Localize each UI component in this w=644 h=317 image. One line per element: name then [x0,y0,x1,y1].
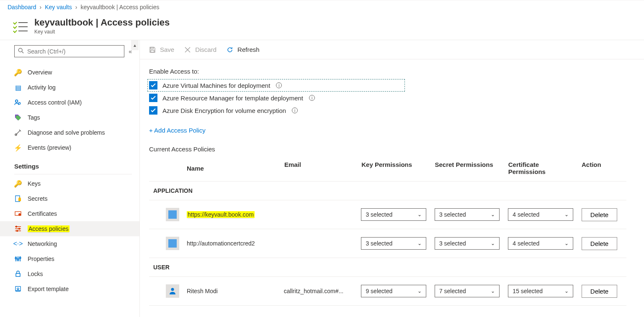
sidebar-item-iam[interactable]: Access control (IAM) [0,95,139,110]
sidebar-label: Events (preview) [28,144,132,151]
col-action: Action [582,161,622,175]
page-subtitle: Key vault [34,29,170,35]
search-input[interactable] [27,48,121,55]
info-icon[interactable]: i [309,95,315,101]
locks-icon [14,270,22,278]
svg-point-15 [17,230,18,232]
cert-permissions-dropdown[interactable]: 15 selected⌄ [508,285,573,297]
sidebar-item-secrets[interactable]: Secrets [0,191,139,206]
sidebar-item-tags[interactable]: Tags [0,110,139,125]
table-row: https://keyvault.book.com 3 selected⌄ 3 … [149,200,626,229]
toolbar: Save Discard Refresh [140,40,644,59]
sidebar-item-properties[interactable]: Properties [0,251,139,266]
sidebar-item-overview[interactable]: 🔑 Overview [0,65,139,80]
sidebar-item-locks[interactable]: Locks [0,266,139,281]
checkbox-row-vm[interactable]: Azure Virtual Machines for deployment i [147,79,405,92]
discard-button[interactable]: Discard [184,46,216,53]
col-secret: Secret Permissions [435,161,508,175]
checkbox-row-arm[interactable]: Azure Resource Manager for template depl… [149,92,635,104]
sidebar-item-diagnose[interactable]: Diagnose and solve problems [0,125,139,140]
enable-access-label: Enable Access to: [149,68,635,75]
row-name: Ritesh Modi [187,288,218,294]
col-cert: Certificate Permissions [508,161,582,175]
info-icon[interactable]: i [292,107,298,113]
sidebar-label: Locks [28,271,132,277]
sidebar-item-networking[interactable]: <·> Networking [0,236,139,251]
chevron-down-icon: ⌄ [491,288,495,294]
activity-log-icon: ▤ [14,84,22,91]
app-avatar-icon [166,237,179,250]
refresh-button[interactable]: Refresh [227,46,260,53]
secret-permissions-dropdown[interactable]: 7 selected⌄ [435,285,500,297]
sidebar-label: Keys [28,180,132,187]
chevron-right-icon: › [40,4,42,10]
refresh-icon [227,46,233,53]
info-icon[interactable]: i [276,82,282,88]
svg-point-0 [18,48,22,52]
checkbox-label: Azure Disk Encryption for volume encrypt… [162,107,286,114]
properties-icon [14,255,22,263]
checkbox-label: Azure Resource Manager for template depl… [162,95,303,102]
delete-button[interactable]: Delete [582,285,617,298]
breadcrumb-keyvaults[interactable]: Key vaults [45,4,72,10]
cert-permissions-dropdown[interactable]: 4 selected⌄ [508,237,573,250]
group-user: USER [149,258,626,277]
sidebar-item-keys[interactable]: 🔑 Keys [0,176,139,191]
delete-button[interactable]: Delete [582,208,617,221]
sidebar-item-events[interactable]: ⚡ Events (preview) [0,140,139,155]
sidebar-label: Export template [28,286,132,292]
svg-point-14 [19,228,20,230]
sidebar-item-activity-log[interactable]: ▤ Activity log [0,80,139,95]
iam-icon [14,99,22,106]
chevron-down-icon: ⌄ [417,240,422,246]
policies-table: Name Email Key Permissions Secret Permis… [149,158,626,306]
key-permissions-dropdown[interactable]: 9 selected⌄ [361,285,426,297]
certificates-icon [14,210,22,217]
sidebar-item-export-template[interactable]: Export template [0,281,139,297]
sidebar-label: Activity log [28,84,132,91]
sidebar-search[interactable] [14,45,124,57]
breadcrumb-dashboard[interactable]: Dashboard [8,4,36,10]
networking-icon: <·> [14,240,22,248]
toolbar-label: Refresh [237,46,260,53]
checkbox-row-disk[interactable]: Azure Disk Encryption for volume encrypt… [149,104,635,117]
row-name: http://automationcertcred2 [187,240,255,247]
sidebar-label: Networking [28,240,132,247]
chevron-down-icon: ⌄ [564,240,569,246]
sidebar-label: Access policies [28,225,132,232]
col-name: Name [153,161,284,175]
key-permissions-dropdown[interactable]: 3 selected⌄ [361,237,426,250]
events-icon: ⚡ [14,144,22,151]
sidebar-label: Diagnose and solve problems [28,129,132,136]
scroll-up-icon[interactable]: ▲ [131,40,139,50]
sidebar-item-access-policies[interactable]: Access policies [0,221,139,236]
checkbox-checked-icon [149,94,157,102]
sidebar-section-settings: Settings [0,155,139,172]
key-permissions-dropdown[interactable]: 3 selected⌄ [361,208,426,221]
chevron-down-icon: ⌄ [564,288,569,294]
breadcrumb: Dashboard › Key vaults › keyvaultbook | … [0,0,644,14]
export-template-icon [14,285,22,293]
svg-rect-21 [20,257,21,258]
sidebar-item-certificates[interactable]: Certificates [0,206,139,221]
svg-rect-25 [151,47,153,49]
sidebar-label: Secrets [28,195,132,202]
page-header: keyvaultbook | Access policies Key vault [0,14,644,40]
toolbar-label: Discard [195,46,216,53]
keys-icon: 🔑 [14,180,22,187]
chevron-down-icon: ⌄ [564,212,569,217]
user-avatar-icon [166,284,179,298]
svg-line-1 [22,51,23,53]
chevron-down-icon: ⌄ [491,240,495,246]
delete-button[interactable]: Delete [582,237,617,250]
secret-permissions-dropdown[interactable]: 3 selected⌄ [435,208,500,221]
tags-icon [14,114,22,121]
svg-point-3 [18,102,21,105]
discard-icon [184,46,191,53]
access-policies-icon [14,225,22,233]
secret-permissions-dropdown[interactable]: 3 selected⌄ [435,237,500,250]
sidebar-label: Access control (IAM) [28,99,132,106]
save-button[interactable]: Save [149,46,174,53]
add-access-policy-link[interactable]: + Add Access Policy [149,127,206,134]
cert-permissions-dropdown[interactable]: 4 selected⌄ [508,208,573,221]
